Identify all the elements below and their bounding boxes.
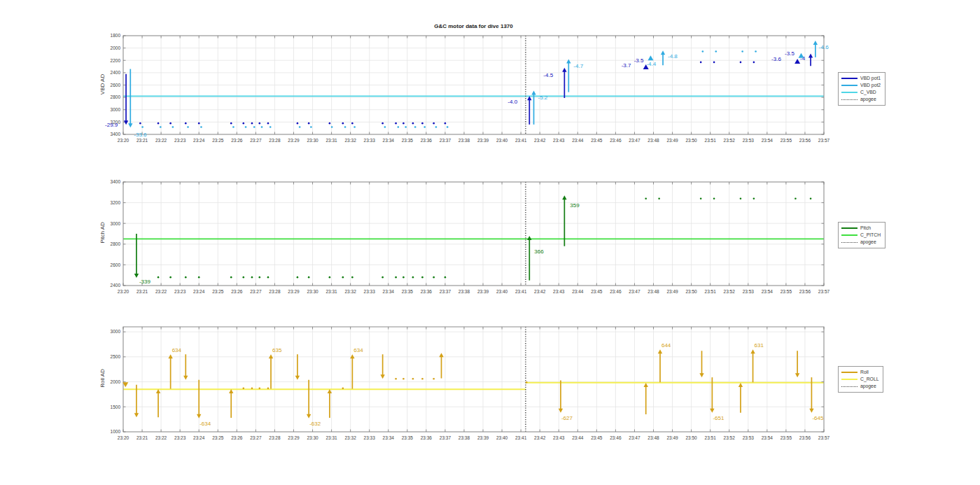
- x-axis-tick-label: 23:50: [685, 435, 697, 440]
- y-axis-tick-label: 3400: [111, 132, 121, 136]
- data-point: [242, 122, 244, 125]
- legend-label: VBD pot2: [860, 82, 881, 89]
- data-point: [331, 126, 333, 128]
- x-axis-tick-label: 23:52: [724, 138, 736, 143]
- data-point: [245, 126, 247, 128]
- y-axis-tick-label: 3200: [111, 200, 121, 205]
- data-point: [267, 122, 270, 125]
- legend-label: Roll: [860, 369, 869, 376]
- x-axis-tick-label: 23:24: [193, 435, 205, 440]
- line-sample-icon: [841, 234, 858, 236]
- data-point: [700, 62, 702, 64]
- data-point: [382, 276, 384, 279]
- annotation-label: -3.7: [622, 62, 631, 69]
- annotation-label: -4.4: [646, 61, 656, 67]
- legend-label: C_PITCH: [860, 232, 881, 239]
- data-point: [258, 388, 260, 390]
- x-axis-tick-label: 23:30: [307, 138, 318, 143]
- x-axis-tick-label: 23:47: [629, 138, 640, 143]
- x-axis-tick-label: 23:54: [762, 289, 774, 294]
- x-axis-tick-label: 23:57: [818, 435, 830, 440]
- annotation-label: -3.5: [785, 50, 794, 57]
- x-axis-tick-label: 23:40: [496, 435, 508, 440]
- x-axis-tick-label: 23:51: [705, 138, 717, 143]
- legend-entry: VBD pot1: [841, 75, 881, 82]
- x-axis-tick-label: 23:46: [610, 435, 622, 440]
- y-axis-tick-label: 2000: [111, 45, 121, 50]
- x-axis-tick-label: 23:37: [440, 435, 451, 440]
- annotation-label: 644: [662, 342, 671, 349]
- data-point: [398, 126, 400, 128]
- x-axis-tick-label: 23:55: [780, 138, 792, 143]
- data-point: [198, 122, 200, 125]
- roll-legend: RollC_ROLLapogee: [838, 366, 883, 393]
- data-point: [658, 197, 660, 199]
- x-axis-tick-label: 23:31: [326, 138, 337, 143]
- line-sample-icon: [841, 372, 858, 373]
- x-axis-tick-label: 23:43: [553, 138, 565, 143]
- x-axis-tick-label: 23:56: [799, 435, 811, 440]
- x-axis-tick-label: 23:44: [572, 138, 584, 143]
- x-axis-tick-label: 23:33: [364, 435, 376, 440]
- data-point: [139, 122, 141, 125]
- data-point: [251, 122, 253, 125]
- annotation-label: 634: [354, 347, 363, 353]
- legend-label: C_VBD: [860, 89, 876, 96]
- x-axis-tick-label: 23:39: [477, 289, 489, 294]
- x-axis-tick-label: 23:46: [610, 138, 622, 143]
- x-axis-tick-label: 23:44: [572, 435, 584, 440]
- x-axis-tick-label: 23:33: [364, 289, 376, 294]
- x-axis-tick-label: 23:26: [231, 289, 243, 294]
- x-axis-tick-label: 23:23: [174, 138, 186, 143]
- y-axis-tick-label: 2800: [111, 241, 121, 246]
- data-point: [753, 197, 755, 199]
- data-point: [435, 126, 438, 128]
- annotation-label: -3.6: [771, 56, 781, 62]
- x-axis-tick-label: 23:42: [534, 138, 546, 143]
- data-point: [329, 122, 331, 125]
- x-axis-tick-label: 23:25: [212, 435, 224, 440]
- x-axis-tick-label: 23:43: [553, 289, 565, 294]
- x-axis-tick-label: 23:30: [307, 289, 318, 294]
- x-axis-tick-label: 23:24: [193, 289, 205, 294]
- data-point: [230, 122, 232, 125]
- pitch-legend: PitchC_PITCHapogee: [838, 222, 886, 248]
- x-axis-tick-label: 23:25: [212, 289, 224, 294]
- annotation-label: -651: [713, 415, 724, 421]
- x-axis-tick-label: 23:40: [496, 138, 508, 143]
- data-point: [242, 388, 244, 390]
- plot-background: [123, 182, 824, 286]
- data-point: [395, 378, 397, 380]
- x-axis-tick-label: 23:57: [818, 138, 830, 143]
- x-axis-tick-label: 23:42: [534, 289, 546, 294]
- y-axis-tick-label: 3000: [111, 329, 121, 334]
- annotation-label: -4.7: [573, 63, 583, 69]
- x-axis-tick-label: 23:20: [118, 435, 130, 440]
- data-point: [342, 122, 344, 125]
- x-axis-tick-label: 23:38: [458, 435, 470, 440]
- legend-entry: Pitch: [841, 225, 881, 232]
- dotted-line-sample-icon: [841, 99, 858, 100]
- line-sample-icon: [841, 78, 858, 79]
- data-point: [405, 126, 407, 128]
- data-point: [395, 276, 397, 279]
- data-point: [421, 122, 424, 125]
- x-axis-tick-label: 23:51: [705, 289, 717, 294]
- vbd-legend: VBD pot1VBD pot2C_VBDapogee: [838, 72, 886, 106]
- x-axis-tick-label: 23:35: [402, 435, 414, 440]
- plots-canvas: 23:2023:2123:2223:2323:2423:2523:2623:27…: [0, 0, 980, 485]
- data-point: [402, 122, 405, 125]
- line-sample-icon: [841, 379, 858, 380]
- data-point: [308, 122, 310, 125]
- data-point: [258, 122, 260, 125]
- data-point: [258, 276, 260, 279]
- x-axis-tick-label: 23:25: [212, 138, 224, 143]
- x-axis-tick-label: 23:39: [477, 138, 489, 143]
- data-point: [713, 62, 715, 64]
- data-point: [444, 122, 447, 125]
- pitch-chart: 23:2023:2123:2223:2323:2423:2523:2623:27…: [111, 179, 830, 294]
- legend-entry: C_PITCH: [841, 232, 881, 239]
- data-point: [230, 276, 232, 279]
- data-point: [172, 126, 174, 128]
- x-axis-tick-label: 23:49: [666, 138, 678, 143]
